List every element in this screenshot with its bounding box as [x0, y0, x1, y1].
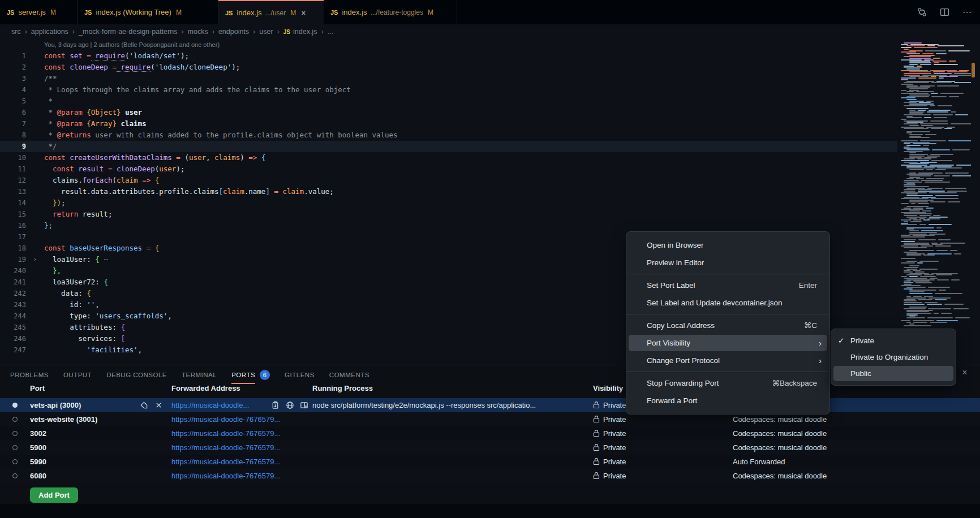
git-blame-annotation: You, 3 days ago | 2 authors (Belle Poopo… — [0, 39, 897, 50]
globe-icon[interactable] — [285, 400, 295, 410]
vscode-window: JSserver.jsMJSindex.js (Working Tree)MJS… — [0, 0, 980, 518]
forwarded-address-link[interactable]: https://musical-doodle-7676579... — [171, 455, 280, 469]
scrollbar-track[interactable] — [971, 39, 976, 365]
gutter — [26, 220, 44, 231]
gutter — [26, 84, 44, 96]
breadcrumb-file[interactable]: index.js — [293, 28, 317, 36]
panel-tab-comments[interactable]: COMMENTS — [329, 365, 369, 384]
lock-icon — [593, 472, 600, 480]
gutter — [26, 231, 44, 243]
forwarded-address-link[interactable]: https://musical-doodle-7676579... — [171, 426, 280, 441]
gutter — [26, 186, 44, 197]
lock-icon — [593, 457, 600, 465]
panel-tab-gitlens[interactable]: GITLENS — [285, 365, 315, 384]
breadcrumb[interactable]: src›applications›_mock-form-ae-design-pa… — [0, 24, 980, 39]
split-editor-icon[interactable] — [939, 7, 949, 18]
panel-tab-terminal[interactable]: TERMINAL — [182, 365, 217, 384]
visibility-value: Private — [603, 441, 626, 455]
tab-index.js-1[interactable]: JSindex.js (Working Tree)M — [78, 0, 218, 24]
copy-icon[interactable] — [270, 400, 280, 410]
close-icon[interactable] — [154, 400, 164, 410]
line-number: 10 — [0, 152, 26, 163]
port-row-vets-api-3000-[interactable]: vets-api (3000)https://musical-doodle...… — [0, 398, 980, 412]
line-number: 13 — [0, 186, 26, 197]
breadcrumb-item[interactable]: applications — [31, 28, 68, 36]
close-icon[interactable]: × — [960, 368, 970, 378]
port-row-vets-website-3001-[interactable]: vets-website (3001)https://musical-doodl… — [0, 412, 980, 426]
close-tab-icon[interactable]: × — [301, 8, 306, 18]
scrollbar-slider[interactable] — [972, 63, 975, 77]
menu-item-preview-in-editor[interactable]: Preview in Editor — [626, 254, 829, 271]
gutter — [26, 265, 44, 277]
add-port-button[interactable]: Add Port — [30, 487, 78, 503]
submenu-arrow-icon: › — [819, 352, 822, 369]
minimap[interactable] — [899, 42, 971, 336]
port-status-dot — [12, 403, 18, 408]
submenu-item-private-to-organization[interactable]: Private to Organization — [831, 349, 956, 365]
port-status-dot — [12, 417, 18, 422]
gutter — [26, 299, 44, 310]
menu-item-change-port-protocol[interactable]: Change Port Protocol› — [626, 352, 829, 369]
forwarded-address-link[interactable]: https://musical-doodle... — [171, 398, 249, 412]
menu-item-open-in-browser[interactable]: Open in Browser — [626, 236, 829, 254]
gutter — [26, 50, 44, 62]
menu-separator — [626, 314, 829, 314]
port-row-6080[interactable]: 6080https://musical-doodle-7676579...Pri… — [0, 469, 980, 483]
line-number: 6 — [0, 107, 26, 118]
tab-server.js-0[interactable]: JSserver.jsM — [0, 0, 78, 24]
line-number: 1 — [0, 50, 26, 62]
port-row-5900[interactable]: 5900https://musical-doodle-7676579...Pri… — [0, 441, 980, 455]
port-row-5990[interactable]: 5990https://musical-doodle-7676579...Pri… — [0, 455, 980, 469]
preview-icon[interactable] — [299, 400, 309, 410]
forwarded-address-link[interactable]: https://musical-doodle-7676579... — [171, 469, 280, 483]
forwarded-address-link[interactable]: https://musical-doodle-7676579... — [171, 441, 280, 455]
breadcrumb-tail[interactable]: ... — [328, 28, 333, 36]
code-line-8: 8 * @returns user with claims added to t… — [0, 130, 897, 141]
line-number: 18 — [0, 243, 26, 254]
breadcrumb-item[interactable]: src — [11, 28, 21, 36]
menu-separator — [626, 372, 829, 372]
menu-item-port-visibility[interactable]: Port Visibility› — [626, 334, 829, 352]
forwarded-address-link[interactable]: https://musical-doodle-7676579... — [171, 412, 280, 426]
breadcrumb-item[interactable]: user — [259, 28, 273, 36]
gutter — [26, 288, 44, 299]
git-compare-icon[interactable] — [917, 7, 927, 18]
line-number: 240 — [0, 265, 26, 277]
tab-index.js-3[interactable]: JSindex.js.../feature-togglesM — [324, 0, 457, 24]
fold-chevron-icon[interactable]: › — [26, 254, 44, 265]
visibility-value: Private — [603, 469, 626, 483]
panel-tab-problems[interactable]: PROBLEMS — [10, 365, 49, 384]
line-number: 247 — [0, 344, 26, 356]
menu-item-set-label-and-update-devcontainer-json[interactable]: Set Label and Update devcontainer.json — [626, 294, 829, 312]
submenu-item-private[interactable]: ✓Private — [831, 333, 956, 349]
code-line-5: 5 * — [0, 96, 897, 107]
javascript-file-icon: JS — [84, 9, 92, 16]
modified-badge: M — [290, 9, 296, 17]
menu-item-copy-local-address[interactable]: Copy Local Address⌘C — [626, 317, 829, 334]
breadcrumb-item[interactable]: endpoints — [218, 28, 249, 36]
breadcrumb-separator: › — [181, 28, 183, 36]
more-actions-icon[interactable]: ⋯ — [962, 7, 972, 18]
javascript-file-icon: JS — [330, 9, 338, 16]
panel-tab-debug-console[interactable]: DEBUG CONSOLE — [106, 365, 167, 384]
breadcrumb-item[interactable]: mocks — [188, 28, 208, 36]
panel-tab-output[interactable]: OUTPUT — [63, 365, 92, 384]
gutter — [26, 209, 44, 220]
menu-item-stop-forwarding-port[interactable]: Stop Forwarding Port⌘Backspace — [626, 374, 829, 392]
tab-index.js-2[interactable]: JSindex.js.../userM× — [218, 0, 324, 24]
code-line-3: 3/** — [0, 73, 897, 84]
lock-icon — [593, 443, 600, 451]
line-number: 244 — [0, 310, 26, 322]
gutter — [26, 107, 44, 118]
menu-item-set-port-label[interactable]: Set Port LabelEnter — [626, 277, 829, 294]
panel-tab-ports[interactable]: PORTS6 — [231, 365, 270, 384]
line-number: 17 — [0, 231, 26, 243]
port-row-3002[interactable]: 3002https://musical-doodle-7676579...Pri… — [0, 426, 980, 441]
menu-item-forward-a-port[interactable]: Forward a Port — [626, 392, 829, 409]
line-number: 242 — [0, 288, 26, 299]
port-label: vets-api (3000) — [30, 398, 81, 412]
breadcrumb-item[interactable]: _mock-form-ae-design-patterns — [79, 28, 177, 36]
submenu-item-public[interactable]: Public — [831, 365, 956, 382]
code-line-12: 12 claims.forEach(claim => { — [0, 175, 897, 186]
tag-icon[interactable] — [139, 400, 149, 410]
